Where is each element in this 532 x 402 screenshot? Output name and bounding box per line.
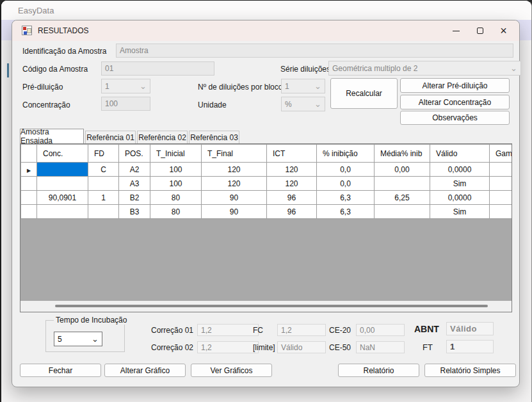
pre-diluicao-label: Pré-diluição [22,83,63,92]
grid-cell[interactable]: C [88,163,119,177]
grid-cell[interactable] [88,205,119,219]
grid-cell[interactable]: 0,0000 [430,163,490,177]
col-header-conc[interactable]: Conc. [37,145,88,163]
tab-referencia-02[interactable]: Referência 02 [137,131,188,143]
correcao-01-field[interactable]: 1,2 [197,324,259,336]
col-header-gama[interactable]: Gama [490,145,513,163]
grid-cell[interactable]: 80 [150,191,202,205]
row-header[interactable] [21,177,37,191]
grid-cell[interactable]: 0,0000 [430,191,490,205]
tempo-incubacao-select[interactable]: 5 ⌄ [54,332,102,346]
grid-cell[interactable]: 90 [202,205,267,219]
grid-cell[interactable]: 0,0 [317,177,375,191]
grid-cell[interactable]: B3 [119,205,150,219]
tab-referencia-03[interactable]: Referência 03 [189,131,239,143]
grid-cell[interactable]: 1 [88,191,119,205]
identificacao-field[interactable]: Amostra [116,44,513,58]
grid-horizontal-scrollbar[interactable] [20,301,512,312]
tab-referencia-01[interactable]: Referência 01 [85,131,136,143]
grid-cell[interactable]: A2 [119,163,150,177]
recalcular-button[interactable]: Recalcular [330,78,398,109]
grid-cell[interactable]: 90,0901 [37,191,88,205]
col-header-fd[interactable]: FD [88,145,119,163]
alterar-pre-diluicao-button[interactable]: Alterar Pré-diluição [400,78,510,93]
grid-cell[interactable]: 0,0 [317,163,375,177]
observacoes-button[interactable]: Observações [400,111,510,125]
ft-field[interactable]: 1 [446,340,494,353]
grid-cell[interactable] [375,177,430,191]
grid-cell[interactable]: 100 [150,163,202,177]
ver-graficos-button[interactable]: Ver Gráficos [191,364,272,377]
grid-cell[interactable] [490,191,513,205]
col-header-pos[interactable]: POS. [119,145,150,163]
grid-cell[interactable]: 96 [267,205,317,219]
grid-cell[interactable]: 96 [267,191,317,205]
grid-cell[interactable]: B2 [119,191,150,205]
grid-cell[interactable]: 0,00 [375,163,430,177]
grid-cell[interactable] [375,205,430,219]
grid-cell[interactable]: 120 [202,177,267,191]
chevron-down-icon: ⌄ [140,84,147,89]
grid-scrollbar-thumb[interactable] [55,305,488,307]
relatorio-button[interactable]: Relatório [338,364,419,377]
grid-header-row: Conc. FD POS. T_Inicial T_Final ICT % in… [21,145,513,163]
grid-cell-selected[interactable] [37,163,88,177]
grid-cell[interactable] [490,163,513,177]
grid-cell[interactable]: 6,3 [317,191,375,205]
grid-cell[interactable]: 90 [202,191,267,205]
tab-amostra-ensaiada[interactable]: Amostra Ensaiada [20,129,84,143]
codigo-field[interactable]: 01 [101,61,214,76]
col-header-valido[interactable]: Válido [430,145,490,163]
dialog-titlebar[interactable]: RESULTADOS × [12,20,519,41]
col-header-ict[interactable]: ICT [267,145,317,163]
minimize-button[interactable] [444,21,468,40]
num-diluicoes-select[interactable]: 1 ⌄ [281,79,325,93]
ce-20-field[interactable]: 0,00 [356,324,405,336]
grid-cell[interactable]: Sim [430,177,490,191]
grid-cell[interactable]: 120 [202,163,267,177]
row-header[interactable] [21,191,37,205]
fechar-button[interactable]: Fechar [20,364,101,377]
grid-cell[interactable]: A3 [119,177,150,191]
close-button[interactable]: × [492,21,515,40]
grid-cell[interactable]: Sim [430,205,490,219]
serie-diluicoes-select[interactable]: Geométrica multiplo de 2 ⌄ [328,61,521,76]
grid-cell[interactable] [88,177,119,191]
grid-cell[interactable] [490,205,513,219]
ce-50-field[interactable]: NaN [356,341,405,353]
grid-cell[interactable]: 6,25 [375,191,430,205]
grid-cell[interactable]: 80 [150,205,202,219]
unidade-select[interactable]: % ⌄ [281,97,325,111]
col-header-media-inib[interactable]: Média% inib [375,145,430,163]
col-header-t-final[interactable]: T_Final [202,145,267,163]
grid-cell[interactable]: 120 [267,177,317,191]
grid-cell[interactable] [37,205,88,219]
grid-corner-header[interactable] [21,145,37,163]
grid-cell[interactable] [37,177,88,191]
grid-cell[interactable]: 120 [267,163,317,177]
col-header-t-inicial[interactable]: T_Inicial [150,145,202,163]
correcao-02-field[interactable]: 1,2 [197,341,259,353]
limite-field[interactable]: Válido [277,341,326,353]
fc-field[interactable]: 1,2 [277,324,326,336]
abnt-field[interactable]: Válido [446,322,494,335]
tempo-incubacao-label: Tempo de Incubação [54,316,129,325]
pre-diluicao-select[interactable]: 1 ⌄ [101,79,150,93]
ce-50-label: CE-50 [329,343,351,352]
ce-20-label: CE-20 [329,326,351,335]
concentracao-field[interactable]: 100 [101,97,150,111]
grid-cell[interactable]: 100 [150,177,202,191]
grid-cell[interactable]: 6,3 [317,205,375,219]
dialog-title: RESULTADOS [38,26,89,35]
row-header[interactable] [21,205,37,219]
parent-scrollbar-thumb[interactable] [7,63,9,77]
relatorio-simples-button[interactable]: Relatório Simples [424,364,516,377]
maximize-button[interactable] [468,21,492,40]
col-header-inibicao[interactable]: % inibição [317,145,375,163]
grid-cell[interactable] [490,177,513,191]
alterar-concentracao-button[interactable]: Alterar Concentração [400,95,510,109]
alterar-grafico-button[interactable]: Alterar Gráfico [104,364,186,377]
app-titlebar: EasyData [1,1,531,20]
table-row: 90,0901 1 B2 80 90 96 6,3 6,25 0,0000 [21,191,513,205]
row-header-current[interactable]: ▶ [21,163,37,177]
